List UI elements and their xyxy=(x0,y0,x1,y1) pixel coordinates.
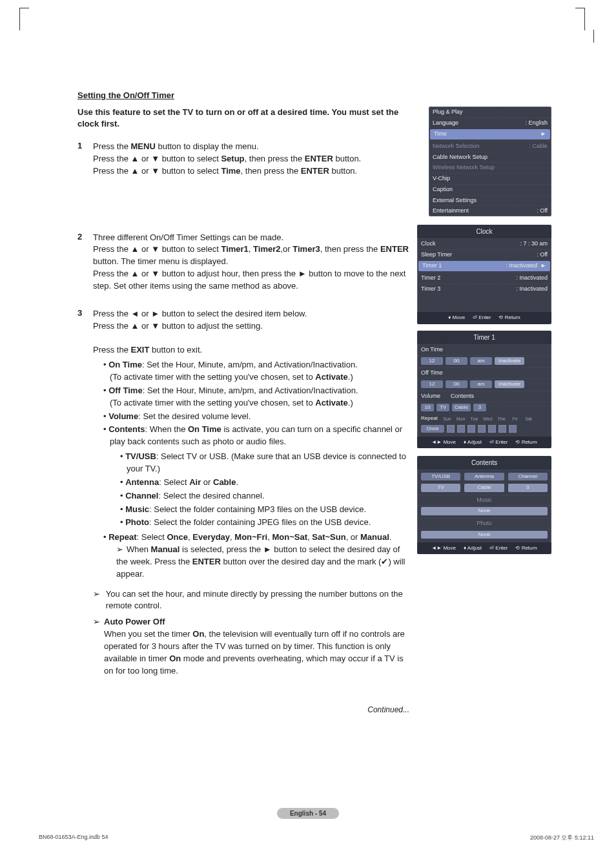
step-number: 2 xyxy=(77,232,93,242)
step-2: 2 Three different On/Off Timer Settings … xyxy=(77,232,413,293)
footer-filename: BN68-01653A-Eng.indb 54 xyxy=(39,834,108,842)
osd-title: Timer 1 xyxy=(417,331,551,344)
step-body: Three different On/Off Timer Settings ca… xyxy=(93,232,413,293)
osd-title: Clock xyxy=(417,225,551,238)
note-text: Auto Power Off When you set the timer On… xyxy=(104,616,413,677)
crop-mark xyxy=(575,8,585,30)
osd-title: Contents xyxy=(417,456,551,469)
footer-timestamp: 2008-08-27 오후 5:12:11 xyxy=(530,834,594,842)
osd-contents: Contents TV/USB Antenna Channel TV Cable… xyxy=(417,456,551,554)
note-text: You can set the hour, and minute directl… xyxy=(106,588,413,613)
continued-label: Continued... xyxy=(0,705,616,714)
document-page: Setting the On/Off Timer Use this featur… xyxy=(0,0,616,846)
crop-mark xyxy=(593,30,594,43)
step-number: 3 xyxy=(77,308,93,318)
options-list: On Time: Set the Hour, Minute, am/pm, an… xyxy=(93,359,413,580)
footer-meta: BN68-01653A-Eng.indb 54 2008-08-27 오후 5:… xyxy=(39,834,594,842)
osd-clock: Clock Clock: 7 : 30 am Sleep Timer: Off … xyxy=(417,225,551,324)
section-title: Setting the On/Off Timer xyxy=(77,90,577,100)
note-arrow-icon: ➢ xyxy=(93,616,100,628)
crop-mark xyxy=(19,8,29,30)
step-body: Press the MENU button to display the men… xyxy=(93,141,413,178)
step-body: Press the ◄ or ► button to select the de… xyxy=(93,308,413,677)
note-arrow-icon: ➢ xyxy=(93,588,102,601)
osd-selected-row: Time► xyxy=(430,129,550,139)
step-1: 1 Press the MENU button to display the m… xyxy=(77,141,413,178)
osd-selected-row: Timer 1 : Inactivated ► xyxy=(418,261,550,271)
step-3: 3 Press the ◄ or ► button to select the … xyxy=(77,308,413,677)
osd-setup: Setup Plug & Play Language: English Time… xyxy=(429,107,551,216)
page-number: English - 54 xyxy=(0,808,616,819)
intro-text: Use this feature to set the TV to turn o… xyxy=(77,107,413,129)
osd-timer1: Timer 1 On Time 12 00 am Inactivate Off … xyxy=(417,331,551,448)
step-number: 1 xyxy=(77,141,93,150)
